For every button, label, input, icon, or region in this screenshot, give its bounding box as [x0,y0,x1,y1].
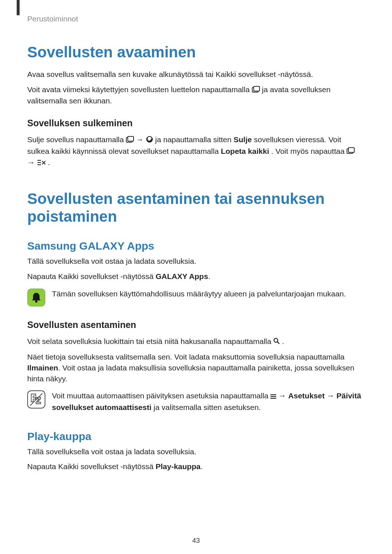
document-page: Perustoiminnot Sovellusten avaaminen Ava… [0,0,392,554]
paragraph: Voit selata sovelluksia luokittain tai e… [27,336,361,347]
text: Napauta Kaikki sovellukset -näytössä [27,272,156,280]
text: Sulje sovellus napauttamalla [27,135,126,144]
text: Voit selata sovelluksia luokittain tai e… [27,337,273,345]
heading-close-app: Sovelluksen sulkeminen [27,118,361,128]
paragraph: Näet tietoja sovelluksesta valitsemalla … [27,352,361,384]
menu-icon [270,391,276,402]
bold-text: GALAXY Apps [156,272,208,280]
text: Näet tietoja sovelluksesta valitsemalla … [27,353,344,361]
note-bell-icon [27,288,45,308]
paragraph: Sulje sovellus napauttamalla → ja napaut… [27,134,361,168]
svg-line-16 [277,342,279,344]
text: → [324,391,336,400]
text: Voit muuttaa automaattisen päivityksen a… [52,391,270,400]
svg-point-15 [274,338,278,342]
svg-rect-6 [348,148,354,152]
note-autoupdate: Voit muuttaa automaattisen päivityksen a… [27,390,361,413]
close-all-icon [37,158,46,169]
heading-apps-open: Sovellusten avaaminen [27,44,361,61]
recent-apps-icon [126,135,134,146]
bold-text: Sulje [234,135,252,144]
text: . Voit ostaa ja ladata maksullisia sovel… [27,364,354,383]
text: . [208,272,210,280]
text: Napauta Kaikki sovellukset -näytössä [27,462,156,471]
bold-text: Play-kauppa [156,462,201,471]
recent-apps-icon [347,146,355,157]
text: . Voit myös napauttaa [271,147,347,155]
heading-play-store: Play-kauppa [27,430,361,443]
text: ja valitsemalla sitten asetuksen. [151,403,261,411]
bold-text: Asetukset [288,391,324,400]
paragraph: Napauta Kaikki sovellukset -näytössä Pla… [27,461,361,472]
text: → [27,158,37,167]
task-manager-icon [146,135,153,146]
recent-apps-icon [252,85,260,96]
heading-galaxy-apps: Samsung GALAXY Apps [27,240,361,252]
bold-text: Lopeta kaikki [221,147,269,155]
text: . [48,158,50,167]
search-icon [273,336,280,347]
paragraph: Avaa sovellus valitsemalla sen kuvake al… [27,69,361,80]
note-text: Voit muuttaa automaattisen päivityksen a… [52,390,361,413]
note-availability: Tämän sovelluksen käyttömahdollisuus mää… [27,288,361,308]
text: . [200,462,203,471]
paragraph: Napauta Kaikki sovellukset -näytössä GAL… [27,271,361,282]
text: → [136,135,146,144]
svg-rect-3 [128,136,134,141]
note-info-icon [27,390,45,410]
page-tab-marker [17,0,20,15]
paragraph: Tällä sovelluksella voit ostaa ja ladata… [27,446,361,457]
svg-point-14 [35,300,37,302]
paragraph: Voit avata viimeksi käytettyjen sovellus… [27,84,361,106]
heading-install-apps: Sovellusten asentaminen [27,320,361,330]
breadcrumb: Perustoiminnot [27,15,361,23]
heading-install-uninstall: Sovellusten asentaminen tai asennuksen p… [27,190,361,225]
bold-text: Ilmainen [27,364,58,372]
svg-rect-1 [254,86,260,91]
paragraph: Tällä sovelluksella voit ostaa ja ladata… [27,256,361,267]
text: ja napauttamalla sitten [155,135,234,144]
note-text: Tämän sovelluksen käyttömahdollisuus mää… [52,288,361,299]
text: . [282,337,284,345]
page-number: 43 [0,537,392,545]
text: Voit avata viimeksi käytettyjen sovellus… [27,85,252,94]
text: → [278,391,288,400]
